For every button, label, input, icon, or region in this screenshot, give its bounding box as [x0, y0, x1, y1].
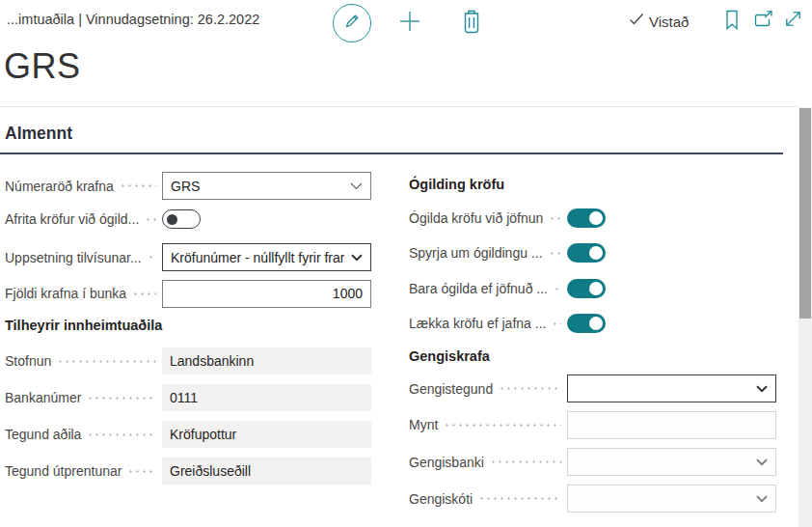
- field-label: Númeraröð krafna: [5, 179, 114, 194]
- dot-leader: [478, 496, 561, 501]
- toggle-knob: [589, 317, 603, 330]
- page-title: GRS: [4, 46, 81, 87]
- edit-button[interactable]: [333, 4, 371, 42]
- new-button[interactable]: [398, 12, 421, 35]
- scrollbar-thumb[interactable]: [799, 108, 811, 319]
- void-on-apply-toggle[interactable]: [567, 208, 606, 228]
- field-row: Afrita kröfur við ógild...: [5, 208, 371, 231]
- breadcrumb: ...imtuaðila | Vinnudagsetning: 26.2.202…: [7, 12, 259, 27]
- batch-count-input[interactable]: 1000: [162, 280, 371, 308]
- dot-leader: [552, 321, 561, 326]
- delete-button[interactable]: [460, 11, 483, 36]
- open-window-button[interactable]: [753, 12, 774, 31]
- dot-leader: [444, 423, 561, 428]
- field-row: Tegund aðila Kröfupottur: [5, 421, 371, 448]
- dot-leader: [148, 255, 156, 260]
- reference-setup-select[interactable]: Kröfunúmer - núllfyllt fyrir frar: [162, 243, 371, 271]
- party-type-field: Kröfupottur: [162, 421, 371, 448]
- field-row: Númeraröð krafna GRS: [5, 172, 371, 200]
- field-label: Spyrja um ógildingu ...: [409, 245, 543, 261]
- field-value: Landsbankinn: [170, 353, 254, 369]
- field-value: Greiðsluseðill: [170, 463, 251, 479]
- check-icon: [629, 13, 644, 30]
- dot-leader: [87, 432, 156, 437]
- status-badge: Vistað: [649, 14, 689, 30]
- field-row: Ógilda kröfu við jöfnun: [409, 208, 776, 229]
- dot-leader: [120, 183, 156, 188]
- dot-leader: [57, 359, 156, 364]
- dot-leader: [132, 291, 156, 296]
- field-row: Gengistegund: [409, 374, 776, 402]
- field-label: Tegund útprentunar: [5, 463, 122, 479]
- select-value: Kröfunúmer - núllfyllt fyrir frar: [171, 250, 344, 265]
- field-row: Bara ógilda ef jöfnuð ...: [409, 278, 776, 299]
- dot-leader: [549, 216, 561, 221]
- field-row: Stofnun Landsbankinn: [5, 347, 371, 374]
- toggle-knob: [589, 246, 603, 260]
- subheading-tilheyrir: Tilheyrir innheimtuaðila: [5, 318, 162, 333]
- lower-claim-toggle[interactable]: [567, 314, 606, 333]
- plus-icon: [398, 10, 421, 37]
- copy-claims-toggle[interactable]: [162, 209, 201, 229]
- field-label: Bara ógilda ef jöfnuð ...: [409, 281, 548, 296]
- dot-leader: [549, 251, 561, 256]
- field-label: Afrita kröfur við ógild...: [5, 211, 139, 227]
- save-status: Vistað: [629, 13, 689, 30]
- bank-number-field: 0111: [162, 384, 371, 411]
- field-row: Spyrja um ógildingu ...: [409, 242, 776, 264]
- number-series-combobox[interactable]: GRS: [162, 172, 371, 200]
- field-row: Lækka kröfu ef jafna ...: [409, 313, 776, 334]
- field-row: Gengiskóti: [409, 485, 776, 513]
- trash-icon: [461, 10, 482, 38]
- field-label: Gengisbanki: [409, 455, 484, 470]
- currency-input[interactable]: [567, 411, 776, 439]
- chevron-down-icon: [756, 495, 768, 503]
- field-label: Fjöldi krafna í bunka: [5, 286, 126, 301]
- expand-icon: [784, 10, 802, 32]
- subheading-ogilding: Ógilding kröfu: [409, 177, 504, 192]
- toggle-knob: [589, 282, 603, 295]
- dot-leader: [490, 459, 561, 464]
- bookmark-icon: [725, 10, 739, 34]
- field-row: Uppsetning tilvísunar... Kröfunúmer - nú…: [5, 243, 371, 271]
- field-row: Mynt: [409, 411, 776, 438]
- rate-code-select[interactable]: [567, 485, 776, 513]
- combobox-value: GRS: [171, 179, 200, 194]
- rate-bank-select[interactable]: [567, 448, 776, 476]
- field-label: Stofnun: [5, 353, 51, 369]
- bookmark-button[interactable]: [723, 10, 741, 33]
- print-type-field: Greiðsluseðill: [162, 458, 371, 485]
- field-row: Tegund útprentunar Greiðsluseðill: [5, 458, 371, 485]
- pencil-icon: [342, 12, 362, 35]
- field-row: Gengisbanki: [409, 448, 776, 476]
- field-label: Uppsetning tilvísunar...: [5, 250, 142, 265]
- field-row: Bankanúmer 0111: [5, 384, 371, 411]
- page: ...imtuaðila | Vinnudagsetning: 26.2.202…: [0, 0, 812, 527]
- dot-leader: [499, 386, 561, 391]
- field-value: 0111: [170, 390, 198, 405]
- toggle-knob: [589, 211, 603, 225]
- field-label: Gengistegund: [409, 381, 493, 397]
- rate-type-select[interactable]: [567, 374, 776, 402]
- only-void-if-applied-toggle[interactable]: [567, 279, 606, 298]
- input-value: 1000: [333, 286, 363, 301]
- dot-leader: [127, 469, 156, 474]
- chevron-down-icon: [756, 458, 768, 466]
- institution-field: Landsbankinn: [162, 347, 371, 374]
- subheading-gengiskrafa: Gengiskrafa: [409, 348, 490, 364]
- section-heading-almennt[interactable]: Almennt: [0, 120, 783, 154]
- field-label: Gengiskóti: [409, 491, 473, 507]
- dot-leader: [145, 217, 156, 222]
- toggle-knob: [167, 214, 177, 225]
- open-window-icon: [754, 11, 774, 32]
- expand-button[interactable]: [783, 11, 803, 31]
- field-label: Tegund aðila: [5, 427, 81, 442]
- field-label: Ógilda kröfu við jöfnun: [409, 210, 543, 226]
- chevron-down-icon[interactable]: [350, 182, 363, 190]
- chevron-down-icon: [351, 254, 363, 262]
- field-row: Fjöldi krafna í bunka 1000: [5, 280, 371, 307]
- dot-leader: [554, 287, 561, 291]
- dot-leader: [87, 396, 156, 401]
- chevron-down-icon: [756, 385, 768, 393]
- ask-void-toggle[interactable]: [567, 243, 606, 263]
